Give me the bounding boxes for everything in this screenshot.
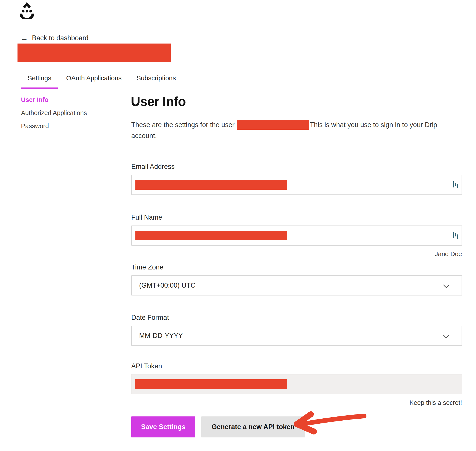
redacted-user-email — [237, 120, 309, 130]
email-field-group: Email Address — [131, 163, 462, 195]
tab-settings[interactable]: Settings — [21, 74, 58, 89]
drip-user-settings-page: { "header": { "back_icon": "←", "back_la… — [0, 0, 476, 451]
date-format-value: MM-DD-YYYY — [139, 332, 183, 340]
settings-tab-bar: Settings OAuth Applications Subscription… — [21, 74, 184, 89]
save-settings-button[interactable]: Save Settings — [131, 416, 195, 438]
redacted-api-token-value — [135, 379, 287, 389]
generate-api-token-button[interactable]: Generate a new API token — [201, 416, 305, 438]
time-zone-value: (GMT+00:00) UTC — [139, 282, 195, 289]
sidebar-item-user-info[interactable]: User Info — [21, 96, 113, 103]
date-format-field-group: Date Format MM-DD-YYYY — [131, 314, 462, 346]
api-token-label: API Token — [131, 363, 462, 370]
full-name-input[interactable] — [131, 226, 462, 246]
email-label: Email Address — [131, 163, 462, 170]
email-input[interactable] — [131, 175, 462, 195]
date-format-select[interactable]: MM-DD-YYYY — [131, 326, 462, 346]
settings-sidebar: User Info Authorized Applications Passwo… — [21, 96, 113, 136]
full-name-label: Full Name — [131, 214, 462, 221]
chevron-down-icon — [443, 332, 449, 338]
password-manager-icon[interactable] — [453, 231, 458, 241]
password-manager-icon[interactable] — [453, 180, 458, 191]
back-link-label: Back to dashboard — [32, 34, 89, 42]
user-info-description: These are the settings for the userThis … — [131, 119, 463, 141]
redacted-account-name — [18, 44, 171, 62]
date-format-label: Date Format — [131, 314, 462, 321]
description-before: These are the settings for the user — [131, 121, 234, 129]
api-token-hint: Keep this a secret! — [131, 399, 462, 406]
form-actions: Save Settings Generate a new API token — [131, 416, 305, 438]
time-zone-field-group: Time Zone (GMT+00:00) UTC — [131, 264, 462, 295]
back-arrow-icon: ← — [21, 34, 28, 42]
tab-oauth-applications[interactable]: OAuth Applications — [60, 74, 128, 89]
api-token-field — [131, 374, 462, 394]
page-title: User Info — [131, 94, 186, 108]
sidebar-item-authorized-applications[interactable]: Authorized Applications — [21, 109, 113, 116]
back-to-dashboard-link[interactable]: ← Back to dashboard — [21, 34, 89, 42]
drip-logo — [20, 2, 35, 20]
redacted-email-value — [135, 180, 287, 190]
full-name-field-group: Full Name Jane Doe — [131, 214, 462, 258]
tab-subscriptions[interactable]: Subscriptions — [130, 74, 182, 89]
api-token-field-group: API Token Keep this a secret! — [131, 363, 462, 406]
redacted-full-name-value — [135, 231, 287, 240]
chevron-down-icon — [443, 282, 449, 288]
sidebar-item-password[interactable]: Password — [21, 122, 113, 130]
full-name-hint: Jane Doe — [131, 251, 462, 258]
time-zone-label: Time Zone — [131, 264, 462, 271]
time-zone-select[interactable]: (GMT+00:00) UTC — [131, 275, 462, 295]
